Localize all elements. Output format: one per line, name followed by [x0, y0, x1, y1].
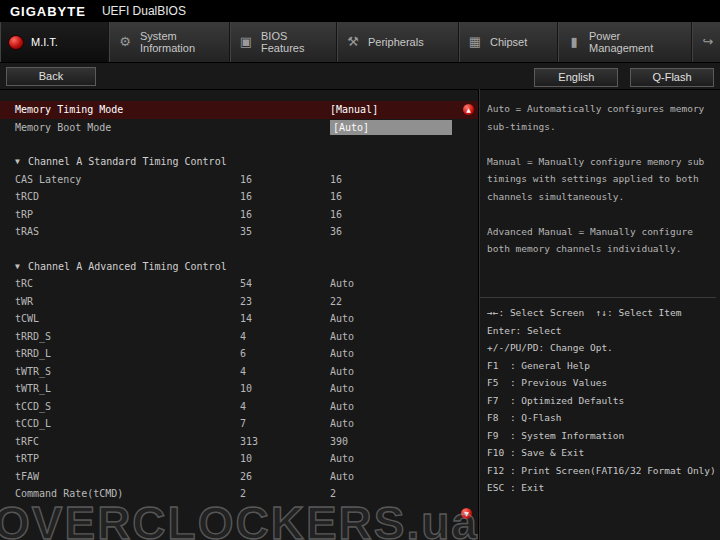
section-label: Channel A Standard Timing Control	[28, 156, 227, 167]
setting-value-col2: Auto	[330, 401, 466, 412]
settings-row[interactable]: tRRD_S4Auto	[0, 328, 478, 346]
power-icon: ▮	[566, 34, 582, 50]
setting-value-col2: [Auto]	[330, 120, 452, 135]
settings-row[interactable]: tRCD1616	[0, 188, 478, 206]
setting-value-col1: 4	[240, 331, 330, 342]
gear-icon: ⚙	[117, 34, 133, 50]
key-hints: →←: Select Screen ↑↓: Select ItemEnter: …	[487, 304, 716, 497]
tab-chipset[interactable]: ▦Chipset	[459, 22, 558, 62]
setting-label: Memory Boot Mode	[0, 122, 240, 133]
tab-power[interactable]: ▮Power Management	[558, 22, 692, 62]
qflash-button[interactable]: Q-Flash	[630, 68, 714, 87]
setting-value-col2: 16	[330, 191, 466, 202]
collapse-triangle-icon: ▼	[0, 157, 28, 166]
settings-row[interactable]: tCWL14Auto	[0, 310, 478, 328]
settings-row[interactable]: tRP1616	[0, 206, 478, 224]
language-button[interactable]: English	[534, 68, 618, 87]
section-label: Channel A Advanced Timing Control	[28, 261, 227, 272]
main-content: Memory Timing Mode[Manual]Memory Boot Mo…	[0, 89, 720, 540]
setting-label: tRAS	[0, 226, 240, 237]
setting-value-col2: 2	[330, 488, 466, 499]
setting-label: tWR	[0, 296, 240, 307]
setting-value-col1: 16	[240, 191, 330, 202]
settings-row[interactable]: tRC54Auto	[0, 275, 478, 293]
topbar: GIGABYTE UEFI DualBIOS	[0, 0, 720, 22]
mit-red-circle-icon	[8, 35, 24, 50]
tab-label: Peripherals	[368, 36, 424, 48]
setting-value-col1: 6	[240, 348, 330, 359]
settings-row[interactable]: tRFC313390	[0, 433, 478, 451]
setting-value-col1: 313	[240, 436, 330, 447]
setting-label: CAS Latency	[0, 174, 240, 185]
settings-section-header[interactable]: ▼Channel A Advanced Timing Control	[0, 258, 478, 276]
settings-row[interactable]: tWTR_L10Auto	[0, 380, 478, 398]
settings-row[interactable]: Memory Timing Mode[Manual]	[0, 101, 478, 119]
help-panel: Auto = Automatically configures memory s…	[478, 89, 720, 540]
setting-value-col2: Auto	[330, 348, 466, 359]
setting-label: tRFC	[0, 436, 240, 447]
gigabyte-logo: GIGABYTE	[10, 4, 86, 19]
setting-value-col1: 14	[240, 313, 330, 324]
key-hint: F7 : Optimized Defaults	[487, 392, 716, 410]
settings-row[interactable]: tCCD_L7Auto	[0, 415, 478, 433]
key-hint: F10 : Save & Exit	[487, 444, 716, 462]
settings-row[interactable]: Memory Boot Mode[Auto]	[0, 119, 478, 137]
bios-title: UEFI DualBIOS	[102, 4, 186, 18]
monitor-icon: ▣	[238, 34, 254, 50]
setting-value-col2: Auto	[330, 453, 466, 464]
settings-row[interactable]: tCCD_S4Auto	[0, 398, 478, 416]
key-hint: F8 : Q-Flash	[487, 409, 716, 427]
tab-peripherals[interactable]: ⚒Peripherals	[337, 22, 459, 62]
settings-section-header[interactable]: ▼Channel A Standard Timing Control	[0, 153, 478, 171]
settings-list: Memory Timing Mode[Manual]Memory Boot Mo…	[0, 89, 478, 540]
help-paragraph: Auto = Automatically configures memory s…	[487, 100, 716, 135]
setting-label: tWTR_L	[0, 383, 240, 394]
settings-row[interactable]: Command Rate(tCMD)22	[0, 485, 478, 503]
tab-mit[interactable]: M.I.T.	[0, 22, 109, 62]
scroll-down-indicator[interactable]: ▼	[461, 508, 472, 519]
tab-label: System Information	[140, 30, 221, 54]
setting-value-col1: 10	[240, 453, 330, 464]
back-button[interactable]: Back	[6, 67, 96, 86]
setting-label: tRP	[0, 209, 240, 220]
setting-value-col2: 390	[330, 436, 466, 447]
settings-row[interactable]: tRTP10Auto	[0, 450, 478, 468]
key-hint: Enter: Select	[487, 322, 716, 340]
tab-bios[interactable]: ▣BIOS Features	[230, 22, 337, 62]
setting-value-col2: 16	[330, 209, 466, 220]
setting-value-col2: 16	[330, 174, 466, 185]
key-hint: F1 : General Help	[487, 357, 716, 375]
setting-value-col1: 26	[240, 471, 330, 482]
setting-value-col2: Auto	[330, 313, 466, 324]
setting-value-col1: 4	[240, 366, 330, 377]
setting-value-col1: 4	[240, 401, 330, 412]
setting-label: tCCD_L	[0, 418, 240, 429]
setting-value-col2: Auto	[330, 366, 466, 377]
settings-row[interactable]: tRAS3536	[0, 223, 478, 241]
tab-save[interactable]: ↪Save & Exit	[692, 22, 720, 62]
help-divider	[479, 297, 716, 298]
setting-value-col1: 23	[240, 296, 330, 307]
tab-label: Power Management	[589, 30, 683, 54]
setting-value-col2: Auto	[330, 278, 466, 289]
tab-sysinfo[interactable]: ⚙System Information	[109, 22, 230, 62]
help-paragraph: Advanced Manual = Manually configure bot…	[487, 223, 716, 258]
settings-row[interactable]: tWTR_S4Auto	[0, 363, 478, 381]
setting-label: tCCD_S	[0, 401, 240, 412]
collapse-triangle-icon: ▼	[0, 262, 28, 271]
setting-value-col2: Auto	[330, 418, 466, 429]
setting-label: tCWL	[0, 313, 240, 324]
setting-value-col1: 10	[240, 383, 330, 394]
toolbar-right-group: English Q-Flash	[532, 66, 714, 87]
scroll-up-indicator[interactable]: ▲	[463, 104, 474, 115]
setting-value-col1: 2	[240, 488, 330, 499]
setting-label: tRRD_S	[0, 331, 240, 342]
settings-row[interactable]: tRRD_L6Auto	[0, 345, 478, 363]
help-text: Auto = Automatically configures memory s…	[487, 100, 716, 297]
setting-value-col2: Auto	[330, 471, 466, 482]
setting-value-col1: 16	[240, 174, 330, 185]
settings-row[interactable]: tWR2322	[0, 293, 478, 311]
setting-label: tRCD	[0, 191, 240, 202]
settings-row[interactable]: tFAW26Auto	[0, 468, 478, 486]
settings-row[interactable]: CAS Latency1616	[0, 171, 478, 189]
